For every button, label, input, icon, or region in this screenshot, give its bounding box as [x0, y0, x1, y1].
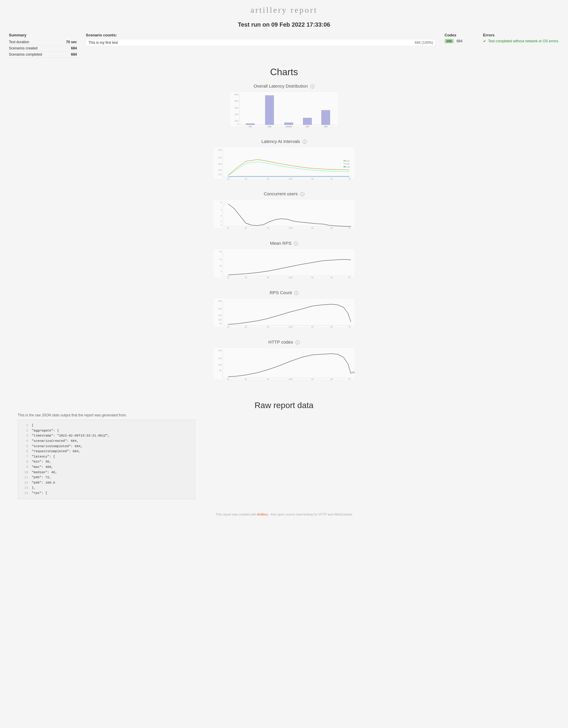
svg-rect-36 [343, 166, 346, 167]
check-icon: ✔ [483, 39, 486, 43]
svg-text:200: 200 [218, 308, 222, 310]
run-title: Test run on 09 Feb 2022 17:33:06 [0, 17, 568, 33]
svg-text:~(40): ~(40) [288, 326, 293, 328]
charts-section: Charts Overall Latency Distribution i 50… [0, 64, 568, 395]
svg-text:500: 500 [235, 93, 239, 96]
code-badge: 200 [445, 39, 453, 43]
svg-text:70: 70 [348, 326, 350, 328]
code-line: 5 "scenariosCompleted": 684, [22, 444, 191, 449]
svg-text:50: 50 [311, 378, 313, 380]
summary-row: Scenarios created684 [9, 45, 77, 51]
svg-text:p95: p95 [305, 125, 309, 127]
svg-text:20: 20 [219, 251, 222, 253]
mean-rps-svg: 20 15 10 5 10 20 30 ~(40) 50 60 70 [213, 249, 355, 278]
concurrent-users-info-icon[interactable]: i [300, 192, 304, 196]
code-line: 10 "median": 46, [22, 470, 191, 475]
svg-text:60: 60 [330, 227, 333, 229]
raw-data-title: Raw report data [18, 401, 550, 410]
svg-rect-34 [343, 163, 346, 164]
summary-row: Scenarios completed684 [9, 51, 77, 58]
svg-text:median: median [285, 125, 292, 127]
code-line: 3 "timestamp": "2022-02-09T15:33:21.061Z… [22, 433, 191, 439]
code-line: 14 "rps": { [22, 491, 191, 496]
svg-text:70: 70 [348, 276, 350, 278]
http-codes-svg: 200 150 100 50 10 20 30 ~(40) 50 60 70 2… [213, 348, 355, 380]
svg-text:70: 70 [348, 227, 350, 229]
svg-text:100: 100 [218, 364, 222, 366]
svg-text:20: 20 [245, 178, 247, 180]
svg-text:30: 30 [267, 276, 269, 278]
svg-text:5: 5 [221, 201, 222, 203]
latency-intervals-svg: 500 400 300 200 100 10 20 30 ~(40) 50 60… [213, 147, 355, 180]
code-line: 9 "max": 486, [22, 465, 191, 470]
http-codes-title: HTTP codes i [18, 339, 550, 344]
svg-text:20: 20 [245, 276, 247, 278]
svg-text:30: 30 [267, 326, 269, 328]
svg-text:50: 50 [311, 178, 313, 180]
mean-rps-chart: Mean RPS i 20 15 10 5 10 20 30 ~(40) 50 … [18, 241, 550, 278]
mean-rps-title: Mean RPS i [18, 241, 550, 246]
svg-text:min: min [249, 125, 252, 127]
svg-text:200: 200 [235, 113, 239, 116]
svg-text:0: 0 [237, 123, 239, 125]
summary-box: Summary Test duration70 secScenarios cre… [9, 33, 77, 58]
concurrent-users-chart: Concurrent users i 5 4 3 2 1 10 20 30 ~(… [18, 191, 550, 229]
codes-box: Codes 200684 [445, 33, 474, 43]
artillery-link[interactable]: Artillery [257, 513, 268, 516]
svg-text:60: 60 [330, 178, 333, 180]
svg-text:10: 10 [227, 178, 229, 180]
mean-rps-info-icon[interactable]: i [294, 241, 298, 246]
code-line: 12 "p99": 160.6 [22, 480, 191, 486]
svg-text:p99: p99 [346, 160, 350, 162]
code-line: 2 "aggregate": { [22, 428, 191, 434]
svg-text:300: 300 [235, 107, 239, 109]
svg-text:250: 250 [218, 300, 222, 302]
svg-rect-10 [265, 95, 274, 125]
http-codes-chart: HTTP codes i 200 150 100 50 10 20 30 ~(4… [18, 339, 550, 380]
svg-rect-32 [343, 160, 346, 161]
codes-row: 200684 [445, 39, 474, 43]
latency-intervals-chart: Latency At Intervals i 500 400 300 200 1… [18, 139, 550, 179]
error-message: ✔ Test completed without network or OS e… [483, 39, 559, 43]
svg-text:30: 30 [267, 178, 269, 180]
http-codes-info-icon[interactable]: i [295, 340, 300, 344]
svg-text:400: 400 [235, 100, 239, 102]
rps-count-chart: RPS Count i 250 200 150 100 50 10 20 30 … [18, 290, 550, 328]
svg-text:100: 100 [235, 120, 239, 122]
latency-intervals-title: Latency At Intervals i [18, 139, 550, 144]
svg-text:300: 300 [218, 163, 222, 165]
concurrent-users-title: Concurrent users i [18, 191, 550, 196]
errors-box: Errors ✔ Test completed without network … [483, 33, 559, 43]
mean-rps-chart-area: 20 15 10 5 10 20 30 ~(40) 50 60 70 [213, 249, 355, 278]
svg-text:p99: p99 [324, 125, 327, 127]
http-codes-chart-area: 200 150 100 50 10 20 30 ~(40) 50 60 70 2… [213, 347, 355, 380]
svg-text:15: 15 [219, 258, 222, 260]
overall-latency-chart-area: 500 400 300 200 100 0 min max median [229, 91, 339, 127]
code-line: 11 "p95": 72, [22, 475, 191, 480]
summary-title: Summary [9, 33, 77, 37]
svg-text:10: 10 [219, 265, 222, 267]
svg-rect-14 [303, 118, 312, 125]
rps-count-info-icon[interactable]: i [294, 291, 298, 295]
svg-text:50: 50 [311, 326, 313, 328]
svg-text:max: max [268, 125, 272, 127]
overall-latency-info-icon[interactable]: i [310, 84, 314, 88]
concurrent-users-chart-area: 5 4 3 2 1 10 20 30 ~(40) 50 60 70 [213, 199, 355, 229]
overall-latency-svg: 500 400 300 200 100 0 min max median [230, 92, 339, 127]
scenario-counts-box: Scenario counts: This is my first test68… [86, 33, 436, 46]
scenario-row: This is my first test684 (100%) [86, 39, 436, 46]
svg-text:2: 2 [221, 220, 222, 222]
code-line: 6 "requestsCompleted": 684, [22, 449, 191, 454]
svg-text:150: 150 [218, 314, 222, 316]
svg-text:100: 100 [218, 319, 222, 321]
scenario-counts-title: Scenario counts: [86, 33, 436, 37]
rps-count-chart-area: 250 200 150 100 50 10 20 30 ~(40) 50 60 … [213, 298, 355, 328]
svg-text:500: 500 [218, 149, 222, 151]
summary-section: Summary Test duration70 secScenarios cre… [0, 33, 568, 64]
code-line: 7 "latency": { [22, 454, 191, 460]
svg-text:5: 5 [221, 270, 222, 272]
latency-intervals-info-icon[interactable]: i [302, 140, 307, 144]
concurrent-users-svg: 5 4 3 2 1 10 20 30 ~(40) 50 60 70 [213, 199, 355, 229]
svg-rect-16 [321, 110, 330, 125]
charts-title: Charts [18, 67, 550, 78]
